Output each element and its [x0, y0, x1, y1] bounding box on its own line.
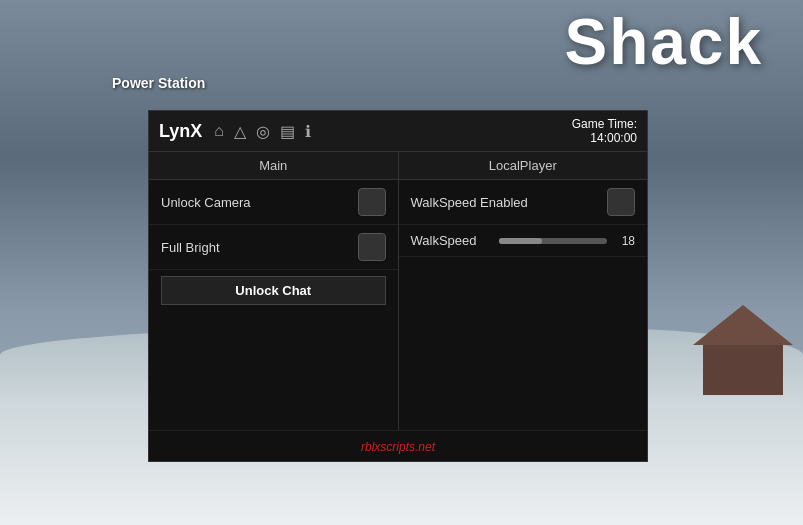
full-bright-toggle[interactable] — [358, 233, 386, 261]
walkspeed-enabled-label: WalkSpeed Enabled — [411, 195, 528, 210]
content-area: Unlock Camera Full Bright Unlock Chat Wa… — [149, 180, 647, 430]
walkspeed-enabled-toggle[interactable] — [607, 188, 635, 216]
cheat-menu: LynX ⌂ △ ◎ ▤ ℹ Game Time: 14:00:00 Main … — [148, 110, 648, 462]
menu-title: LynX — [159, 121, 202, 142]
menu-header: LynX ⌂ △ ◎ ▤ ℹ Game Time: 14:00:00 — [149, 111, 647, 152]
eye-icon[interactable]: ◎ — [256, 122, 270, 141]
info-icon[interactable]: ℹ — [305, 122, 311, 141]
header-icons: ⌂ △ ◎ ▤ ℹ — [214, 122, 311, 141]
full-bright-label: Full Bright — [161, 240, 220, 255]
unlock-camera-label: Unlock Camera — [161, 195, 251, 210]
home-icon[interactable]: ⌂ — [214, 122, 224, 140]
walkspeed-track — [499, 238, 608, 244]
menu-icon[interactable]: ▤ — [280, 122, 295, 141]
hut-decoration — [693, 305, 793, 395]
game-time: Game Time: 14:00:00 — [572, 117, 637, 145]
hut-roof — [693, 305, 793, 345]
shack-title: Shack — [564, 5, 763, 79]
walkspeed-value: 18 — [615, 234, 635, 248]
power-station-label: Power Station — [112, 75, 205, 91]
menu-footer: rblxscripts.net — [149, 430, 647, 461]
walkspeed-enabled-item: WalkSpeed Enabled — [399, 180, 648, 225]
tab-main[interactable]: Main — [149, 152, 399, 179]
unlock-camera-toggle[interactable] — [358, 188, 386, 216]
right-panel: WalkSpeed Enabled WalkSpeed 18 — [399, 180, 648, 430]
full-bright-item: Full Bright — [149, 225, 398, 270]
walkspeed-fill — [499, 238, 542, 244]
unlock-camera-item: Unlock Camera — [149, 180, 398, 225]
unlock-chat-button[interactable]: Unlock Chat — [161, 276, 386, 305]
footer-link[interactable]: rblxscripts.net — [361, 440, 435, 454]
game-time-value: 14:00:00 — [572, 131, 637, 145]
warning-icon[interactable]: △ — [234, 122, 246, 141]
tab-row: Main LocalPlayer — [149, 152, 647, 180]
walkspeed-slider-label: WalkSpeed — [411, 233, 491, 248]
tab-localplayer[interactable]: LocalPlayer — [399, 152, 648, 179]
hut-body — [703, 345, 783, 395]
game-time-label: Game Time: — [572, 117, 637, 131]
left-panel: Unlock Camera Full Bright Unlock Chat — [149, 180, 399, 430]
walkspeed-slider-row: WalkSpeed 18 — [399, 225, 648, 257]
